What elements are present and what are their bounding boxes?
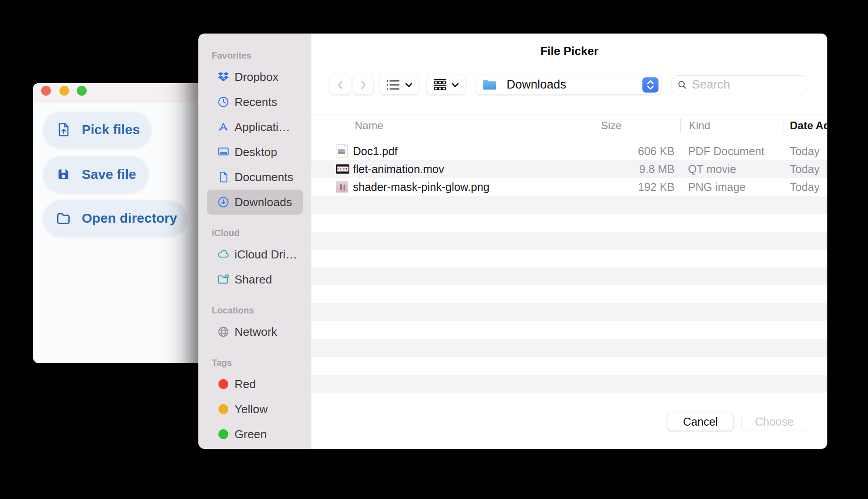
sidebar-item-applications[interactable]: Applicati… [207, 114, 303, 140]
cancel-button[interactable]: Cancel [667, 413, 734, 431]
document-icon [217, 170, 230, 184]
file-picker-dialog: Favorites Dropbox Recents [198, 34, 827, 449]
sidebar-item-shared[interactable]: Shared [207, 267, 303, 292]
chevron-right-icon [359, 79, 368, 91]
sidebar-item-label: Desktop [235, 145, 277, 159]
app-store-icon [217, 120, 230, 134]
file-row-flet-animation-mov[interactable]: FLET flet-animation.mov 9.8 MB QT movie … [311, 160, 827, 178]
movie-file-icon: FLET [336, 165, 349, 174]
sidebar-item-icloud-drive[interactable]: iCloud Dri… [207, 242, 303, 267]
sidebar-item-label: Documents [235, 170, 294, 184]
search-input[interactable] [691, 77, 801, 92]
column-header-size[interactable]: Size [601, 119, 622, 132]
green-tag-icon [217, 427, 230, 441]
sidebar-item-label: Downloads [235, 195, 292, 209]
sidebar-section-favorites: Favorites [212, 51, 311, 61]
download-circle-icon [217, 195, 230, 209]
choose-button[interactable]: Choose [741, 413, 807, 431]
minimize-window-button[interactable] [59, 86, 69, 96]
dialog-title: File Picker [311, 44, 827, 58]
open-directory-button[interactable]: Open directory [43, 200, 187, 236]
sidebar-item-label: Shared [235, 273, 272, 287]
column-divider [594, 118, 594, 133]
close-window-button[interactable] [41, 86, 51, 96]
list-view-icon [386, 79, 400, 91]
file-kind: QT movie [688, 163, 736, 176]
sidebar-item-label: Green [235, 427, 267, 441]
sidebar-item-label: Dropbox [235, 70, 278, 84]
red-tag-icon [217, 377, 230, 391]
search-icon [677, 79, 688, 91]
chevron-down-icon [405, 82, 413, 88]
sidebar-item-label: Red [235, 377, 256, 391]
column-divider [680, 118, 681, 133]
list-view-dropdown[interactable] [380, 75, 419, 95]
open-directory-label: Open directory [82, 211, 177, 226]
column-header-kind[interactable]: Kind [689, 119, 710, 132]
sidebar-item-label: iCloud Dri… [235, 248, 297, 262]
globe-icon [217, 325, 230, 338]
cloud-icon [217, 248, 230, 261]
sidebar-item-label: Applicati… [235, 120, 290, 134]
folder-icon [56, 211, 71, 226]
file-date-added: Today [790, 163, 820, 176]
sidebar-item-label: Recents [235, 95, 277, 109]
footer-divider [311, 399, 827, 399]
sidebar-item-tag-yellow[interactable]: Yellow [207, 397, 303, 422]
file-picker-main: File Picker [311, 34, 827, 449]
shared-folder-icon [217, 273, 230, 286]
desktop-icon [217, 145, 230, 159]
save-icon [56, 167, 71, 182]
file-size: 606 KB [535, 145, 675, 158]
dropbox-icon [217, 70, 230, 84]
file-name: Doc1.pdf [353, 145, 398, 158]
group-view-icon [433, 79, 447, 91]
file-date-added: Today [790, 181, 820, 194]
sidebar-item-desktop[interactable]: Desktop [207, 140, 303, 165]
sidebar-item-downloads[interactable]: Downloads [207, 190, 303, 215]
yellow-tag-icon [217, 402, 230, 416]
location-stepper-button[interactable] [642, 77, 658, 93]
sidebar-item-recents[interactable]: Recents [207, 89, 303, 114]
group-view-dropdown[interactable] [427, 75, 466, 95]
sidebar-item-dropbox[interactable]: Dropbox [207, 64, 303, 89]
location-dropdown[interactable]: Downloads [476, 75, 661, 95]
back-button[interactable] [330, 75, 351, 95]
zoom-window-button[interactable] [77, 86, 87, 96]
sidebar-item-label: Network [235, 325, 277, 339]
blue-folder-icon [482, 79, 497, 91]
sidebar-section-tags: Tags [212, 358, 311, 368]
sidebar-item-tag-green[interactable]: Green [207, 422, 303, 447]
file-name: flet-animation.mov [353, 163, 444, 176]
chevron-left-icon [336, 79, 345, 91]
app-window-titlebar[interactable] [33, 83, 221, 102]
app-window: Pick files Save file Open directory [33, 83, 221, 363]
forward-button[interactable] [353, 75, 373, 95]
column-header-name[interactable]: Name [355, 119, 383, 132]
sidebar-item-tag-red[interactable]: Red [207, 372, 303, 397]
location-label: Downloads [507, 78, 566, 92]
file-row-shader-mask-png[interactable]: shader-mask-pink-glow.png 192 KB PNG ima… [311, 178, 827, 196]
clock-icon [217, 95, 230, 109]
column-header-date-added[interactable]: Date Added [790, 119, 827, 132]
sidebar-item-documents[interactable]: Documents [207, 165, 303, 190]
image-file-icon [336, 181, 348, 193]
file-row-doc1-pdf[interactable]: Doc1.pdf 606 KB PDF Document Today [311, 142, 827, 160]
pdf-file-icon [336, 144, 348, 158]
table-header: Name Size Kind Date Added [311, 114, 827, 137]
file-name: shader-mask-pink-glow.png [353, 181, 490, 194]
file-date-added: Today [790, 145, 820, 158]
pick-files-button[interactable]: Pick files [43, 112, 151, 148]
file-upload-icon [56, 122, 71, 137]
movie-thumbnail-text: FLET [337, 167, 348, 172]
sidebar-item-network[interactable]: Network [207, 319, 303, 344]
chevron-down-icon [451, 82, 459, 88]
sidebar-item-label: Yellow [235, 402, 268, 416]
file-size: 9.8 MB [535, 163, 675, 176]
search-field[interactable] [671, 75, 807, 94]
save-file-button[interactable]: Save file [43, 156, 148, 192]
file-kind: PNG image [688, 181, 746, 194]
sidebar: Favorites Dropbox Recents [198, 34, 311, 449]
sidebar-section-icloud: iCloud [212, 228, 311, 238]
file-kind: PDF Document [688, 145, 764, 158]
